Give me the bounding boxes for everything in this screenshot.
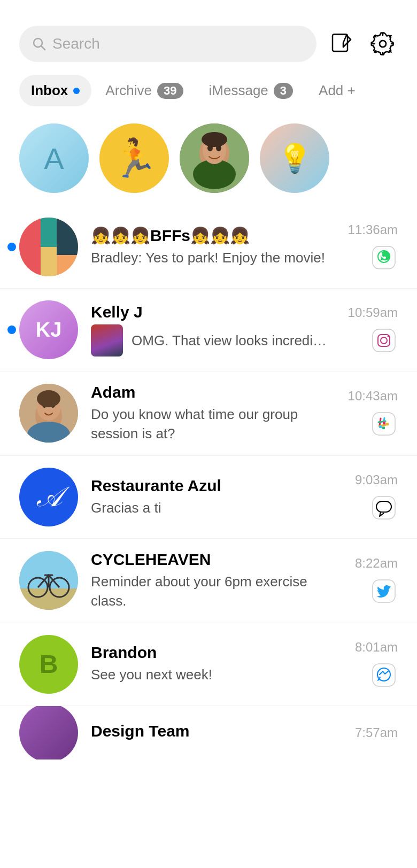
svg-rect-16 bbox=[41, 247, 57, 276]
svg-point-30 bbox=[37, 390, 60, 407]
tab-imessage-label: iMessage bbox=[209, 82, 268, 99]
message-item-restaurante[interactable]: 𝒜 Restaurante Azul Gracias a ti 9:03am bbox=[0, 456, 417, 539]
tab-archive-label: Archive bbox=[105, 82, 152, 99]
tabs-bar: Inbox Archive 39 iMessage 3 Add + bbox=[0, 71, 417, 115]
msg-content-cycleheaven: CYCLEHEAVEN Reminder about your 6pm exer… bbox=[91, 551, 330, 611]
whatsapp-icon bbox=[370, 244, 398, 272]
search-bar[interactable]: Search bbox=[19, 26, 316, 62]
tab-imessage-badge: 3 bbox=[274, 83, 293, 99]
svg-rect-39 bbox=[379, 425, 382, 428]
svg-rect-17 bbox=[57, 255, 78, 276]
message-item-brandon[interactable]: B Brandon See you next week! 8:01am bbox=[0, 623, 417, 706]
msg-time-design: 7:57am bbox=[355, 725, 398, 740]
stories-row: A 🏃 💡 bbox=[0, 115, 417, 206]
header-icons bbox=[327, 29, 398, 59]
search-icon bbox=[32, 37, 46, 51]
story-avatar-emoji[interactable]: 🏃 bbox=[99, 123, 169, 193]
unread-dot-bffs bbox=[7, 243, 16, 251]
message-list: 👧👧👧BFFs👧👧👧 Bradley: Yes to park! Enjoy t… bbox=[0, 206, 417, 759]
msg-name-adam: Adam bbox=[91, 383, 330, 401]
msg-content-restaurante: Restaurante Azul Gracias a ti bbox=[91, 477, 330, 517]
msg-time-brandon: 8:01am bbox=[355, 640, 398, 655]
avatar-design bbox=[19, 706, 78, 759]
svg-point-4 bbox=[380, 41, 386, 47]
avatar-cycleheaven bbox=[19, 551, 78, 610]
messenger-icon bbox=[370, 661, 398, 689]
message-item-kelly[interactable]: KJ Kelly J OMG. That view looks incredib… bbox=[0, 289, 417, 371]
msg-content-kelly: Kelly J OMG. That view looks incredible bbox=[91, 303, 330, 356]
svg-point-24 bbox=[388, 336, 389, 337]
tab-imessage[interactable]: iMessage 3 bbox=[197, 75, 305, 106]
msg-right-restaurante: 9:03am bbox=[339, 472, 398, 522]
msg-name-kelly: Kelly J bbox=[91, 303, 330, 321]
msg-time-bffs: 11:36am bbox=[348, 222, 398, 237]
msg-content-adam: Adam Do you know what time our group ses… bbox=[91, 383, 330, 444]
inbox-unread-dot bbox=[73, 88, 80, 94]
message-item-adam[interactable]: Adam Do you know what time our group ses… bbox=[0, 371, 417, 456]
story-avatar-woman[interactable] bbox=[180, 123, 249, 193]
story-avatar-a[interactable]: A bbox=[19, 123, 89, 193]
msg-time-kelly: 10:59am bbox=[348, 305, 398, 320]
msg-preview-kelly: OMG. That view looks incredible bbox=[132, 331, 330, 350]
msg-time-restaurante: 9:03am bbox=[355, 472, 398, 487]
msg-content-design: Design Team bbox=[91, 722, 330, 743]
unread-dot-kelly bbox=[7, 326, 16, 334]
message-item-bffs[interactable]: 👧👧👧BFFs👧👧👧 Bradley: Yes to park! Enjoy t… bbox=[0, 206, 417, 289]
msg-preview-bffs: Bradley: Yes to park! Enjoy the movie! bbox=[91, 248, 330, 267]
avatar-restaurante: 𝒜 bbox=[19, 468, 78, 526]
tab-inbox-label: Inbox bbox=[31, 82, 68, 99]
msg-name-restaurante: Restaurante Azul bbox=[91, 477, 330, 495]
avatar-bffs bbox=[19, 218, 78, 276]
msg-content-brandon: Brandon See you next week! bbox=[91, 644, 330, 684]
msg-preview-row-kelly: OMG. That view looks incredible bbox=[91, 324, 330, 356]
tab-archive-badge: 39 bbox=[157, 83, 183, 99]
svg-rect-14 bbox=[41, 218, 57, 247]
svg-rect-50 bbox=[373, 664, 395, 686]
message-item-cycleheaven[interactable]: CYCLEHEAVEN Reminder about your 6pm exer… bbox=[0, 539, 417, 623]
msg-preview-restaurante: Gracias a ti bbox=[91, 498, 330, 517]
msg-name-design: Design Team bbox=[91, 722, 330, 740]
svg-rect-40 bbox=[382, 427, 385, 429]
msg-right-design: 7:57am bbox=[339, 725, 398, 740]
msg-time-adam: 10:43am bbox=[348, 389, 398, 404]
msg-thumbnail-kelly bbox=[91, 324, 123, 356]
story-avatar-light[interactable]: 💡 bbox=[260, 123, 329, 193]
svg-rect-21 bbox=[373, 329, 395, 352]
msg-preview-adam: Do you know what time our group session … bbox=[91, 405, 330, 444]
header: Search bbox=[0, 0, 417, 71]
msg-right-adam: 10:43am bbox=[339, 389, 398, 438]
avatar-brandon: B bbox=[19, 635, 78, 694]
svg-rect-15 bbox=[57, 218, 78, 255]
tab-archive[interactable]: Archive 39 bbox=[94, 75, 195, 106]
msg-time-cycleheaven: 8:22am bbox=[355, 556, 398, 571]
msg-name-bffs: 👧👧👧BFFs👧👧👧 bbox=[91, 226, 330, 245]
msg-right-cycleheaven: 8:22am bbox=[339, 556, 398, 605]
message-item-design[interactable]: Design Team 7:57am bbox=[0, 706, 417, 759]
instagram-icon bbox=[370, 327, 398, 354]
msg-right-bffs: 11:36am bbox=[339, 222, 398, 272]
twitter-icon bbox=[370, 577, 398, 605]
app-container: Search Inbox bbox=[0, 0, 417, 868]
settings-button[interactable] bbox=[368, 29, 398, 59]
svg-rect-45 bbox=[19, 588, 78, 610]
msg-preview-brandon: See you next week! bbox=[91, 665, 330, 684]
tab-add-label: Add + bbox=[319, 82, 356, 99]
imessage-icon bbox=[370, 494, 398, 522]
tab-add[interactable]: Add + bbox=[307, 75, 367, 106]
avatar-kelly: KJ bbox=[19, 300, 78, 359]
svg-rect-38 bbox=[386, 423, 389, 425]
svg-rect-13 bbox=[19, 218, 41, 276]
svg-line-1 bbox=[41, 46, 45, 50]
msg-preview-cycleheaven: Reminder about your 6pm exercise class. bbox=[91, 572, 330, 611]
msg-content-bffs: 👧👧👧BFFs👧👧👧 Bradley: Yes to park! Enjoy t… bbox=[91, 226, 330, 267]
msg-name-brandon: Brandon bbox=[91, 644, 330, 662]
msg-right-brandon: 8:01am bbox=[339, 640, 398, 689]
msg-name-cycleheaven: CYCLEHEAVEN bbox=[91, 551, 330, 569]
compose-button[interactable] bbox=[327, 29, 357, 59]
search-placeholder: Search bbox=[52, 35, 100, 52]
avatar-adam bbox=[19, 384, 78, 443]
tab-inbox[interactable]: Inbox bbox=[19, 75, 91, 106]
slack-icon bbox=[370, 410, 398, 438]
svg-rect-37 bbox=[383, 422, 385, 424]
msg-right-kelly: 10:59am bbox=[339, 305, 398, 354]
